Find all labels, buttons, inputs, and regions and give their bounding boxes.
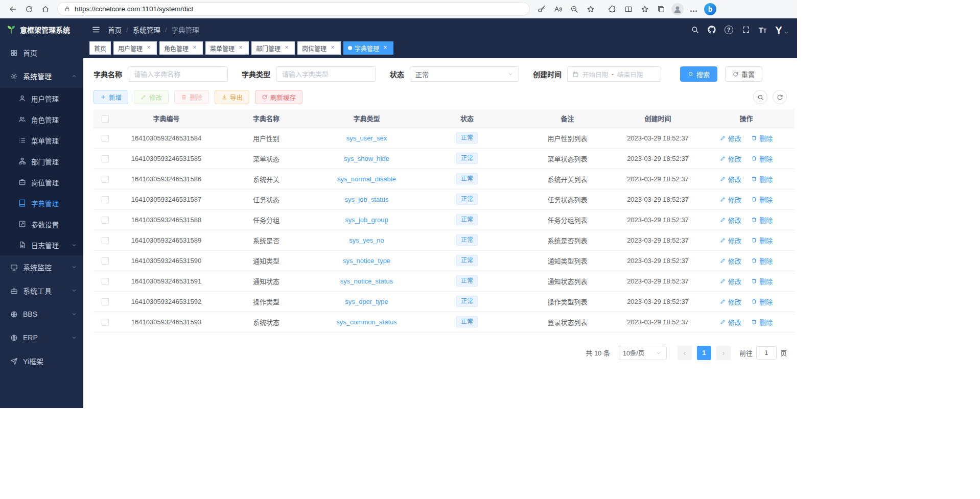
row-edit-button[interactable]: 修改 [720,133,741,143]
row-edit-button[interactable]: 修改 [720,215,741,225]
row-edit-button[interactable]: 修改 [720,317,741,327]
date-range-picker[interactable]: 开始日期 - 结束日期 [567,66,661,82]
table-row[interactable]: 1641030593246531593 系统状态 sys_common_stat… [94,312,795,332]
extensions-button[interactable] [604,2,620,16]
dict-type-link[interactable]: sys_user_sex [346,134,387,142]
dict-type-link[interactable]: sys_yes_no [349,236,384,244]
favorite-page-button[interactable] [583,2,598,16]
row-checkbox[interactable] [102,237,109,244]
row-edit-button[interactable]: 修改 [720,256,741,266]
sidebar-item-system-management[interactable]: 系统管理 [0,64,83,88]
goto-page-input[interactable] [756,346,777,360]
row-checkbox[interactable] [102,217,109,224]
table-row[interactable]: 1641030593246531588 任务分组 sys_job_group 正… [94,209,795,230]
status-select[interactable]: 正常 [410,66,519,82]
dict-type-link[interactable]: sys_notice_status [340,277,393,285]
address-bar[interactable]: https://ccnetcore.com:1101/system/dict [57,2,530,16]
breadcrumb-item-home[interactable]: 首页 [108,25,122,35]
refresh-cache-button[interactable]: 刷新缓存 [255,90,302,104]
tab-close-icon[interactable]: × [237,44,244,52]
toggle-search-button[interactable] [753,90,767,104]
table-row[interactable]: 1641030593246531586 系统开关 sys_normal_disa… [94,169,795,189]
select-all-checkbox[interactable] [102,115,109,123]
tab-role-management[interactable]: 角色管理 × [159,41,203,55]
tab-user-management[interactable]: 用户管理 × [113,41,157,55]
row-edit-button[interactable]: 修改 [720,297,741,306]
split-screen-button[interactable] [621,2,636,16]
row-checkbox[interactable] [102,319,109,326]
dict-name-input[interactable] [128,66,228,82]
row-delete-button[interactable]: 删除 [751,154,773,163]
sidebar-item-dict-management[interactable]: 字典管理 [0,193,83,213]
back-button[interactable] [5,2,20,16]
dict-type-link[interactable]: sys_normal_disable [337,175,396,183]
start-date-input[interactable]: 开始日期 [582,69,608,79]
tab-close-icon[interactable]: × [145,44,152,52]
sidebar-item-home[interactable]: 首页 [0,41,83,64]
sidebar-item-log-management[interactable]: 日志管理 [0,234,83,255]
row-edit-button[interactable]: 修改 [720,195,741,204]
tab-menu-management[interactable]: 菜单管理 × [205,41,249,55]
sidebar-item-role-management[interactable]: 角色管理 [0,109,83,130]
tab-close-icon[interactable]: × [382,44,389,52]
table-row[interactable]: 1641030593246531585 菜单状态 sys_show_hide 正… [94,148,795,169]
header-search-button[interactable] [691,26,699,34]
sidebar-item-user-management[interactable]: 用户管理 [0,88,83,109]
row-checkbox[interactable] [102,298,109,305]
table-row[interactable]: 1641030593246531589 系统是否 sys_yes_no 正常 系… [94,230,795,250]
table-row[interactable]: 1641030593246531591 通知状态 sys_notice_stat… [94,271,795,291]
row-checkbox[interactable] [102,257,109,265]
row-edit-button[interactable]: 修改 [720,154,741,163]
dict-type-link[interactable]: sys_notice_type [343,257,390,265]
end-date-input[interactable]: 结束日期 [617,69,643,79]
sidebar-toggle-button[interactable] [91,25,101,34]
home-button[interactable] [38,2,53,16]
table-row[interactable]: 1641030593246531592 操作类型 sys_oper_type 正… [94,291,795,312]
dict-type-link[interactable]: sys_show_hide [344,155,389,162]
sidebar-item-menu-management[interactable]: 菜单管理 [0,130,83,151]
sidebar-item-post-management[interactable]: 岗位管理 [0,172,83,193]
row-checkbox[interactable] [102,176,109,183]
row-checkbox[interactable] [102,135,109,142]
sidebar-item-dept-management[interactable]: 部门管理 [0,151,83,172]
url-text[interactable]: https://ccnetcore.com:1101/system/dict [75,5,193,13]
row-edit-button[interactable]: 修改 [720,235,741,245]
reset-button[interactable]: 重置 [725,66,762,82]
next-page-button[interactable]: › [716,346,731,360]
row-delete-button[interactable]: 删除 [751,276,773,286]
add-button[interactable]: 新增 [94,90,128,104]
github-button[interactable] [708,26,716,34]
sidebar-item-bbs[interactable]: BBS [0,302,83,326]
table-row[interactable]: 1641030593246531584 用户性别 sys_user_sex 正常… [94,128,795,148]
dict-type-link[interactable]: sys_common_status [336,318,397,326]
favorites-button[interactable] [637,2,652,16]
row-delete-button[interactable]: 删除 [751,133,773,143]
fullscreen-button[interactable] [742,26,750,34]
browser-menu-button[interactable]: … [686,2,702,16]
breadcrumb-item-system[interactable]: 系统管理 [133,25,160,35]
sidebar-item-system-tools[interactable]: 系统工具 [0,279,83,302]
page-number-1[interactable]: 1 [697,346,711,360]
font-size-button[interactable]: TT [759,26,766,34]
row-delete-button[interactable]: 删除 [751,195,773,204]
tab-close-icon[interactable]: × [283,44,290,52]
sidebar-item-erp[interactable]: ERP [0,326,83,349]
row-edit-button[interactable]: 修改 [720,174,741,184]
zoom-button[interactable] [567,2,582,16]
help-button[interactable]: ? [725,26,733,34]
table-row[interactable]: 1641030593246531590 通知类型 sys_notice_type… [94,250,795,271]
row-checkbox[interactable] [102,196,109,203]
reload-button[interactable] [21,2,37,16]
sidebar-item-yi-framework[interactable]: Yi框架 [0,349,83,373]
edit-button[interactable]: 修改 [134,90,169,104]
row-delete-button[interactable]: 删除 [751,297,773,306]
dict-type-link[interactable]: sys_job_status [345,196,389,203]
read-aloud-button[interactable] [550,2,566,16]
collections-button[interactable] [654,2,669,16]
tab-dept-management[interactable]: 部门管理 × [251,41,295,55]
tab-post-management[interactable]: 岗位管理 × [297,41,341,55]
table-row[interactable]: 1641030593246531587 任务状态 sys_job_status … [94,189,795,209]
row-delete-button[interactable]: 删除 [751,215,773,225]
row-delete-button[interactable]: 删除 [751,317,773,327]
bing-copilot-button[interactable]: b [703,2,718,16]
